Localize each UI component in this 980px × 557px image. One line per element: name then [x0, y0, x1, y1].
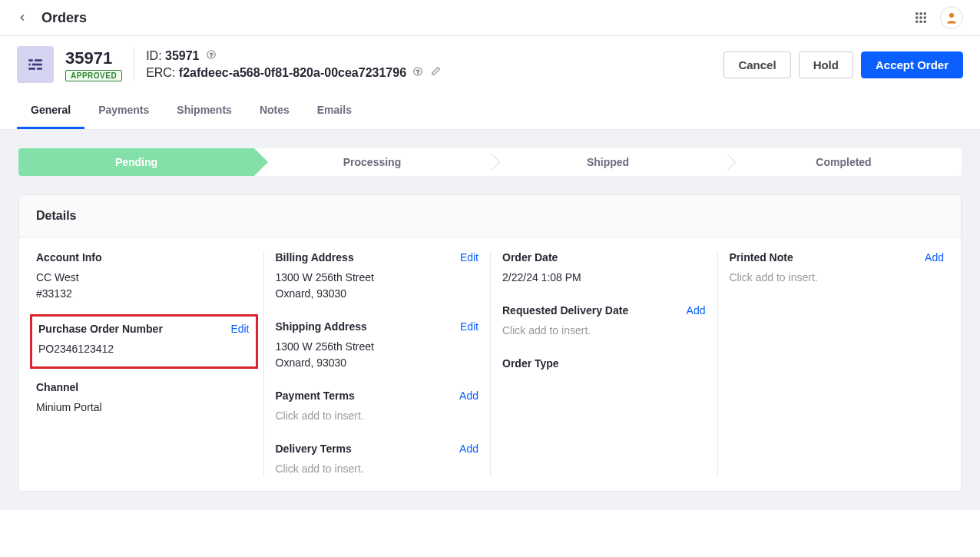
order-date-value: 2/22/24 1:08 PM	[502, 270, 706, 286]
order-date-title: Order Date	[502, 251, 558, 264]
shipping-title: Shipping Address	[276, 320, 367, 333]
svg-rect-6	[915, 21, 918, 23]
divider	[134, 48, 134, 81]
tab-payments[interactable]: Payments	[84, 93, 163, 129]
tab-shipments[interactable]: Shipments	[163, 93, 246, 129]
svg-rect-5	[924, 17, 926, 19]
printed-note-placeholder: Click add to insert.	[730, 270, 945, 286]
shipping-edit-link[interactable]: Edit	[460, 320, 478, 333]
step-completed: Completed	[726, 148, 962, 176]
billing-line-1: 1300 W 256th Street	[276, 270, 479, 286]
requested-delivery-title: Requested Delivery Date	[502, 304, 628, 317]
account-info-title: Account Info	[36, 251, 102, 264]
hold-button[interactable]: Hold	[799, 51, 853, 78]
po-value: PO2346123412	[38, 341, 250, 357]
svg-rect-0	[915, 12, 918, 15]
back-button[interactable]	[17, 12, 28, 23]
payment-terms-placeholder: Click add to insert.	[276, 408, 479, 424]
id-label: ID:	[146, 49, 165, 62]
apps-icon[interactable]	[913, 10, 929, 25]
tab-notes[interactable]: Notes	[246, 93, 303, 129]
step-processing: Processing	[254, 148, 490, 176]
order-number: 35971	[65, 48, 122, 68]
account-id: #33132	[36, 286, 252, 302]
id-value: 35971	[165, 49, 200, 62]
tab-emails[interactable]: Emails	[303, 93, 366, 129]
page-title: Orders	[41, 10, 87, 26]
cancel-button[interactable]: Cancel	[723, 51, 790, 78]
svg-rect-8	[924, 21, 926, 23]
shipping-line-1: 1300 W 256th Street	[276, 339, 479, 355]
svg-rect-7	[920, 21, 922, 23]
tab-general[interactable]: General	[17, 93, 84, 129]
status-badge: APPROVED	[65, 70, 122, 81]
channel-value: Minium Portal	[36, 400, 252, 416]
erc-value: f2afdeec-a568-0f81-820a-00cea7231796	[179, 66, 406, 79]
edit-icon[interactable]	[430, 66, 441, 77]
channel-title: Channel	[36, 381, 78, 393]
billing-line-2: Oxnard, 93030	[276, 286, 479, 302]
po-title: Purchase Order Number	[38, 323, 163, 335]
order-type-title: Order Type	[502, 357, 559, 370]
info-icon[interactable]: ?	[206, 49, 217, 60]
requested-delivery-add-link[interactable]: Add	[687, 304, 706, 317]
billing-edit-link[interactable]: Edit	[460, 251, 478, 264]
printed-note-title: Printed Note	[730, 251, 793, 264]
payment-terms-add-link[interactable]: Add	[459, 390, 478, 402]
shipping-line-2: Oxnard, 93030	[276, 355, 479, 371]
delivery-terms-add-link[interactable]: Add	[459, 443, 478, 455]
step-pending: Pending	[18, 148, 254, 176]
svg-rect-3	[915, 17, 918, 19]
delivery-terms-placeholder: Click add to insert.	[276, 461, 479, 477]
svg-point-9	[949, 13, 954, 18]
erc-label: ERC:	[146, 66, 179, 79]
po-edit-link[interactable]: Edit	[230, 323, 249, 335]
accept-order-button[interactable]: Accept Order	[861, 51, 963, 78]
details-panel-title: Details	[19, 195, 961, 237]
svg-text:?: ?	[210, 51, 213, 58]
account-name: CC West	[36, 270, 252, 286]
info-icon[interactable]: ?	[412, 66, 423, 77]
step-shipped: Shipped	[490, 148, 726, 176]
billing-title: Billing Address	[276, 251, 354, 264]
svg-rect-1	[920, 12, 922, 15]
printed-note-add-link[interactable]: Add	[925, 251, 944, 264]
progress-steps: Pending Processing Shipped Completed	[18, 148, 962, 176]
svg-rect-2	[924, 12, 926, 15]
svg-text:?: ?	[416, 68, 419, 75]
avatar[interactable]	[940, 6, 963, 29]
po-highlight: Purchase Order Number Edit PO2346123412	[30, 314, 258, 369]
delivery-terms-title: Delivery Terms	[276, 443, 352, 455]
requested-delivery-placeholder: Click add to insert.	[502, 323, 706, 339]
svg-rect-4	[920, 17, 922, 19]
order-icon	[17, 46, 54, 83]
payment-terms-title: Payment Terms	[276, 390, 355, 402]
